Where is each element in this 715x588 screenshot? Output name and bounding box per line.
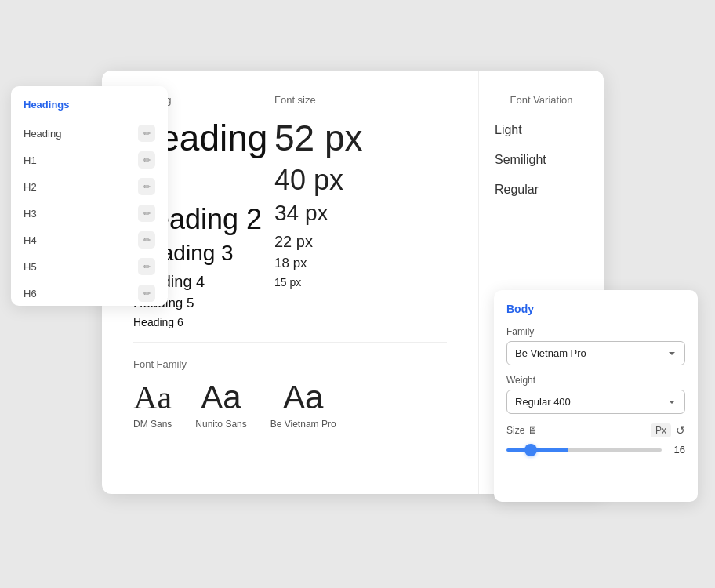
edit-icon[interactable]: ✏ [138, 125, 155, 142]
slider-row: 16 [506, 444, 685, 456]
size-5: 18 px [274, 256, 368, 271]
sidebar-item-h6[interactable]: H6 ✏ [11, 280, 168, 307]
font-family-row: Aa DM Sans Aa Nunito Sans Aa Be Vietnam … [133, 381, 447, 430]
font-be-vietnam-pro-preview: Aa [283, 381, 323, 414]
col-size-title: Font size [274, 94, 368, 106]
font-nunito-sans[interactable]: Aa Nunito Sans [195, 381, 246, 430]
sidebar-item-label: H1 [24, 154, 37, 166]
font-family-section: Font Family Aa DM Sans Aa Nunito Sans Aa… [133, 358, 447, 430]
size-2: 40 px [274, 165, 368, 196]
font-variation-title: Font Variation [495, 94, 588, 106]
font-be-vietnam-pro[interactable]: Aa Be Vietnam Pro [270, 381, 336, 430]
size-value: 16 [670, 444, 685, 456]
body-panel-title: Body [506, 303, 685, 315]
headings-table: Heading Heading 1 Heading 2 Heading 3 He… [133, 94, 447, 334]
sidebar-item-label: H4 [24, 234, 37, 246]
sidebar-item-label: H5 [24, 261, 37, 273]
sidebar-item-heading[interactable]: Heading ✏ [11, 120, 168, 147]
edit-icon[interactable]: ✏ [138, 178, 155, 195]
edit-icon[interactable]: ✏ [138, 231, 155, 249]
variation-regular[interactable]: Regular [495, 181, 588, 198]
family-label: Family [506, 326, 685, 337]
font-dm-sans-name: DM Sans [133, 419, 172, 430]
edit-icon[interactable]: ✏ [138, 285, 155, 302]
size-slider[interactable] [506, 448, 662, 452]
body-panel: Body Family Be Vietnam Pro DM Sans Nunit… [494, 290, 698, 502]
sidebar-item-h2[interactable]: H2 ✏ [11, 173, 168, 200]
sidebar-title: Headings [11, 99, 168, 120]
edit-icon[interactable]: ✏ [138, 151, 155, 169]
sidebar-item-h3[interactable]: H3 ✏ [11, 200, 168, 227]
sidebar-panel: Headings Heading ✏ H1 ✏ H2 ✏ H3 ✏ H4 ✏ H… [11, 86, 168, 306]
size-text: Size [506, 425, 524, 436]
px-badge: Px [651, 423, 671, 437]
variation-semilight[interactable]: Semilight [495, 151, 588, 169]
font-dm-sans-preview: Aa [133, 381, 172, 414]
sidebar-item-h5[interactable]: H5 ✏ [11, 253, 168, 280]
sidebar-item-label: Heading [24, 128, 61, 140]
reset-icon[interactable]: ↺ [676, 424, 685, 437]
family-select[interactable]: Be Vietnam Pro DM Sans Nunito Sans [506, 341, 685, 365]
size-4: 22 px [274, 232, 368, 251]
size-label-group: Size 🖥 [506, 425, 537, 436]
size-row: Size 🖥 Px ↺ [506, 423, 685, 437]
weight-label: Weight [506, 375, 685, 386]
font-nunito-sans-preview: Aa [201, 381, 241, 414]
size-3: 34 px [274, 201, 368, 226]
sidebar-item-label: H6 [24, 288, 37, 299]
font-dm-sans[interactable]: Aa DM Sans [133, 381, 172, 430]
size-column: Font size 52 px 40 px 34 px 22 px 18 px … [274, 94, 368, 334]
size-6: 15 px [274, 276, 368, 289]
variation-light[interactable]: Light [495, 122, 588, 139]
font-nunito-sans-name: Nunito Sans [195, 419, 246, 430]
edit-icon[interactable]: ✏ [138, 258, 155, 275]
weight-select[interactable]: Regular 400 Light 300 Bold 700 [506, 390, 685, 414]
edit-icon[interactable]: ✏ [138, 205, 155, 222]
size-1: 52 px [274, 118, 368, 158]
sidebar-item-label: H2 [24, 181, 37, 193]
divider [133, 342, 447, 343]
sidebar-item-h4[interactable]: H4 ✏ [11, 227, 168, 253]
sidebar-item-label: H3 [24, 208, 37, 220]
sidebar-item-h1[interactable]: H1 ✏ [11, 147, 168, 173]
font-family-label: Font Family [133, 358, 447, 370]
monitor-icon: 🖥 [528, 425, 537, 436]
heading-6: Heading 6 [133, 316, 274, 329]
font-be-vietnam-pro-name: Be Vietnam Pro [270, 419, 336, 430]
